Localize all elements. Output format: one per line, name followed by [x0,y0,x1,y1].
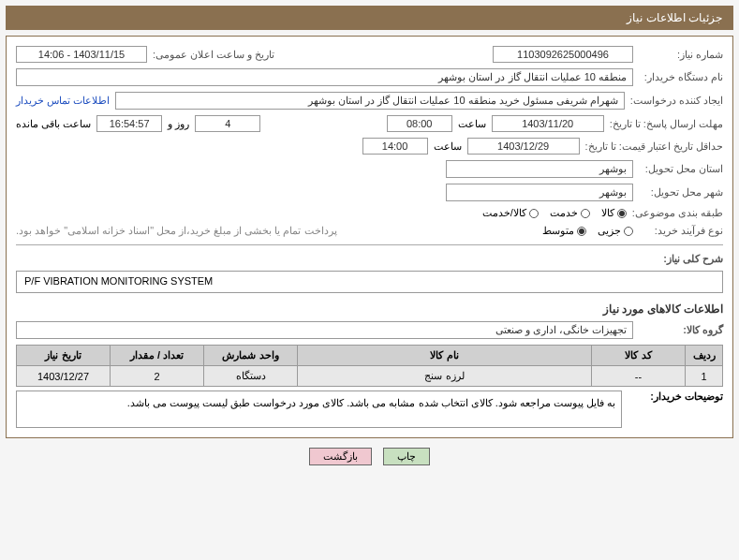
contact-link[interactable]: اطلاعات تماس خریدار [16,95,110,107]
group-label: گروه کالا: [639,324,723,336]
remaining-word: ساعت باقی مانده [16,118,91,130]
payment-note: پرداخت تمام یا بخشی از مبلغ خرید،از محل … [16,225,337,237]
buyer-note-label: توضیحات خریدار: [629,391,723,428]
main-frame: شماره نیاز: 1103092625000496 تاریخ و ساع… [6,36,733,438]
cell-idx: 1 [686,366,723,387]
days-remaining: 4 [195,115,260,132]
buyer-org-value: منطقه 10 عملیات انتقال گاز در استان بوشه… [16,68,633,86]
buyer-note-text: به فایل پیوست مراجعه شود. کالای انتخاب ش… [127,397,615,408]
city-value: بوشهر [446,184,633,201]
cell-code: -- [592,366,686,387]
radio-icon [617,209,627,218]
process-label: نوع فرآیند خرید: [639,225,723,237]
th-code: کد کالا [592,346,686,366]
table-header-row: ردیف کد کالا نام کالا واحد شمارش تعداد /… [17,346,723,366]
overall-desc-label: شرح کلی نیاز: [639,253,723,265]
group-value: تجهیزات خانگی، اداری و صنعتی [16,321,633,339]
validity-label: حداقل تاریخ اعتبار قیمت: تا تاریخ: [585,140,723,153]
buyer-note-box: به فایل پیوست مراجعه شود. کالای انتخاب ش… [16,391,622,428]
table-row: 1 -- لرزه سنج دستگاه 2 1403/12/27 [17,366,723,387]
time-word-2: ساعت [434,140,462,153]
th-qty: تعداد / مقدار [111,346,204,366]
radio-icon [581,209,590,218]
radio-icon [577,227,586,236]
radio-mixed[interactable]: کالا/خدمت [482,207,539,219]
announce-value: 1403/11/15 - 14:06 [16,46,147,63]
radio-medium[interactable]: متوسط [542,225,586,237]
radio-service[interactable]: خدمت [550,207,590,219]
overall-desc-value: P/F VIBRATION MONITORING SYSTEM [24,275,213,287]
cell-name: لرزه سنج [298,366,592,387]
radio-icon [624,227,633,236]
reply-deadline-label: مهلت ارسال پاسخ: تا تاریخ: [610,118,723,130]
back-button[interactable]: بازگشت [309,448,372,465]
items-table: ردیف کد کالا نام کالا واحد شمارش تعداد /… [16,345,723,387]
need-no-label: شماره نیاز: [639,49,723,61]
page-title-bar: جزئیات اطلاعات نیاز [6,6,733,30]
goods-section-title: اطلاعات کالاهای مورد نیاز [16,302,723,316]
th-row: ردیف [686,346,723,366]
footer-buttons: چاپ بازگشت [0,448,739,465]
process-radios: جزیی متوسط [542,225,633,237]
th-name: نام کالا [298,346,592,366]
reply-date: 1403/11/20 [492,115,604,132]
radio-partial[interactable]: جزیی [598,225,633,237]
countdown: 16:54:57 [96,115,162,132]
city-label: شهر محل تحویل: [639,186,723,199]
cell-unit: دستگاه [204,366,298,387]
category-label: طبقه بندی موضوعی: [632,207,723,219]
time-word-1: ساعت [458,118,486,130]
requester-label: ایجاد کننده درخواست: [630,95,723,107]
days-and-word: روز و [168,118,189,130]
th-date: تاریخ نیاز [17,346,111,366]
print-button[interactable]: چاپ [383,448,430,465]
th-unit: واحد شمارش [204,346,298,366]
province-label: استان محل تحویل: [639,163,723,175]
province-value: بوشهر [446,160,633,178]
need-no-value: 1103092625000496 [493,46,633,63]
overall-desc-box: P/F VIBRATION MONITORING SYSTEM [16,271,723,293]
radio-goods[interactable]: کالا [601,207,627,219]
cell-qty: 2 [111,366,204,387]
radio-icon [529,209,539,218]
buyer-org-label: نام دستگاه خریدار: [639,71,723,83]
page-title: جزئیات اطلاعات نیاز [627,11,722,24]
reply-time: 08:00 [387,115,452,132]
requester-value: شهرام شریفی مسئول خرید منطقه 10 عملیات ا… [115,92,625,110]
validity-time: 14:00 [362,138,428,155]
cell-date: 1403/12/27 [17,366,111,387]
category-radios: کالا خدمت کالا/خدمت [482,207,627,219]
validity-date: 1403/12/29 [467,138,580,155]
announce-label: تاریخ و ساعت اعلان عمومی: [153,49,274,61]
